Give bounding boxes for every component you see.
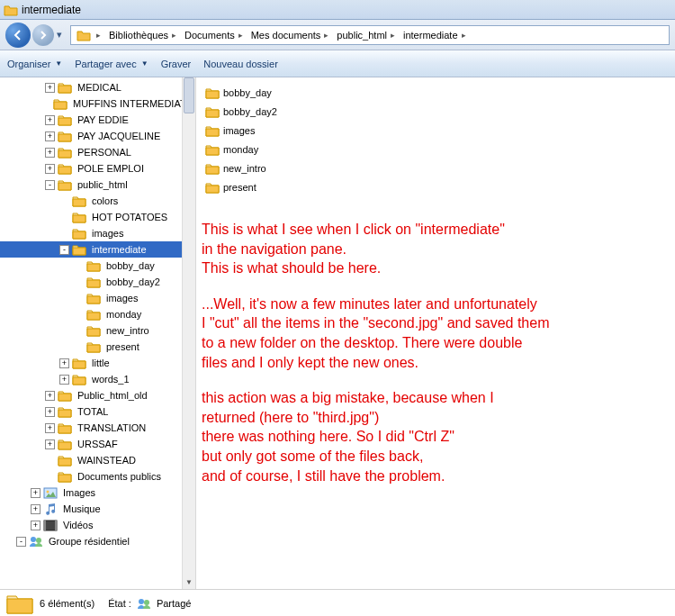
chevron-down-icon: ▼ (141, 59, 148, 68)
tree-item[interactable]: +URSSAF (0, 436, 195, 452)
chevron-right-icon[interactable]: ▸ (462, 31, 466, 40)
user-annotation: This is what I see when I click on "inte… (202, 220, 549, 502)
content-pane[interactable]: bobby_daybobby_day2imagesmondaynew_intro… (196, 77, 675, 589)
collapse-icon[interactable]: - (45, 180, 55, 190)
expand-icon[interactable]: + (59, 358, 69, 368)
tree-item[interactable]: -public_html (0, 177, 195, 193)
expand-icon[interactable]: + (59, 375, 69, 385)
tree-item[interactable]: +PAY JACQUELINE (0, 128, 195, 144)
new-folder-button[interactable]: Nouveau dossier (203, 59, 278, 69)
expand-icon[interactable]: + (45, 131, 55, 141)
folder-icon (58, 130, 72, 142)
tree-item[interactable]: +PERSONAL (0, 144, 195, 160)
folder-item[interactable]: present (205, 177, 675, 196)
forward-button[interactable] (32, 24, 54, 46)
folder-icon (43, 486, 58, 499)
chevron-right-icon[interactable]: ▸ (238, 31, 243, 40)
tree-item[interactable]: +Public_html_old (0, 387, 195, 403)
tree-item[interactable]: WAINSTEAD (0, 452, 195, 468)
breadcrumb-item[interactable]: intermediate▸ (398, 26, 469, 44)
tree-item[interactable]: colors (0, 193, 195, 209)
breadcrumb-bar[interactable]: ▸ Bibliothèques▸ Documents▸ Mes document… (70, 25, 670, 45)
tree-item[interactable]: +TRANSLATION (0, 420, 195, 436)
tree-item[interactable]: monday (0, 306, 195, 322)
expand-icon[interactable]: + (45, 115, 55, 125)
tree-item[interactable]: -Groupe résidentiel (0, 533, 195, 549)
folder-icon (205, 181, 220, 194)
folder-item[interactable]: monday (205, 140, 675, 159)
expand-icon[interactable]: + (45, 423, 55, 433)
tree-item[interactable]: +Images (0, 485, 195, 501)
burn-button[interactable]: Graver (161, 59, 192, 69)
folder-item-label: new_intro (223, 163, 266, 174)
folder-item[interactable]: new_intro (205, 159, 675, 177)
chevron-right-icon[interactable]: ▸ (172, 31, 176, 40)
expand-icon[interactable]: + (45, 391, 55, 401)
tree-item-label: bobby_day (104, 259, 158, 272)
tree-item[interactable]: HOT POTATOES (0, 209, 195, 225)
expand-icon[interactable]: + (31, 504, 40, 514)
tree-item[interactable]: images (0, 225, 195, 241)
expand-icon[interactable]: + (45, 407, 55, 417)
tree-item-label: PERSONAL (75, 146, 134, 159)
nav-history-dropdown[interactable]: ▾ (54, 23, 65, 47)
tree-item[interactable]: images (0, 290, 195, 306)
folder-icon (43, 503, 58, 515)
tree-item[interactable]: +little (0, 355, 195, 371)
expand-icon[interactable]: + (45, 164, 55, 174)
tree-item[interactable]: Documents publics (0, 468, 195, 485)
tree-item[interactable]: bobby_day2 (0, 274, 195, 290)
scroll-down-arrow[interactable]: ▼ (183, 575, 195, 589)
collapse-icon[interactable]: - (59, 245, 69, 255)
chevron-right-icon[interactable]: ▸ (324, 31, 328, 40)
share-with-menu[interactable]: Partager avec▼ (75, 59, 148, 69)
breadcrumb-item[interactable]: Documents▸ (179, 26, 246, 44)
organize-menu[interactable]: Organiser▼ (7, 59, 62, 69)
tree-item[interactable]: new_intro (0, 322, 195, 339)
breadcrumb-root[interactable]: ▸ (71, 26, 104, 44)
tree-item-label: images (89, 227, 126, 240)
folder-icon (72, 243, 86, 256)
tree-item[interactable]: +Vidéos (0, 517, 195, 533)
expand-icon[interactable]: + (31, 488, 40, 498)
tree-item[interactable]: +Musique (0, 501, 195, 517)
tree-item-label: Public_html_old (75, 389, 150, 402)
folder-icon (58, 421, 72, 434)
folder-item[interactable]: bobby_day2 (205, 102, 675, 121)
collapse-icon[interactable]: - (16, 537, 26, 547)
folder-icon (72, 195, 86, 207)
back-button[interactable] (5, 23, 31, 48)
tree-item[interactable]: +PAY EDDIE (0, 112, 195, 128)
expand-icon[interactable]: + (45, 83, 55, 93)
tree-item[interactable]: +POLE EMPLOI (0, 160, 195, 177)
tree-item[interactable]: +words_1 (0, 371, 195, 387)
tree-item[interactable]: present (0, 339, 195, 355)
tree-item[interactable]: +TOTAL (0, 403, 195, 420)
breadcrumb-item[interactable]: Mes documents▸ (246, 26, 332, 44)
folder-icon (29, 535, 43, 548)
folder-item[interactable]: bobby_day (205, 83, 675, 102)
svg-point-5 (31, 537, 36, 542)
tree-item[interactable]: +MEDICAL (0, 79, 195, 95)
chevron-right-icon[interactable]: ▸ (391, 31, 395, 40)
folder-item[interactable]: images (205, 121, 675, 140)
tree-item[interactable]: -intermediate (0, 241, 195, 258)
folder-icon (58, 178, 72, 191)
tree-item-label: little (89, 357, 112, 369)
folder-icon (4, 3, 18, 17)
tree-item[interactable]: MUFFINS INTERMEDIATE (0, 95, 195, 112)
navigation-tree[interactable]: ▲ ▼ +MEDICALMUFFINS INTERMEDIATE+PAY EDD… (0, 77, 196, 589)
chevron-right-icon[interactable]: ▸ (96, 31, 101, 40)
annotation-p3: this action was a big mistake, because w… (202, 388, 549, 485)
folder-icon (58, 438, 72, 450)
breadcrumb-item[interactable]: public_html▸ (331, 26, 398, 44)
tree-scrollbar[interactable]: ▲ ▼ (182, 77, 195, 589)
expand-spacer (45, 472, 55, 482)
expand-icon[interactable]: + (45, 439, 55, 449)
expand-icon[interactable]: + (45, 148, 55, 158)
breadcrumb-item[interactable]: Bibliothèques▸ (104, 26, 179, 44)
tree-item[interactable]: bobby_day (0, 258, 195, 274)
expand-spacer (59, 196, 69, 206)
expand-icon[interactable]: + (31, 521, 40, 530)
scroll-thumb[interactable] (184, 77, 194, 113)
